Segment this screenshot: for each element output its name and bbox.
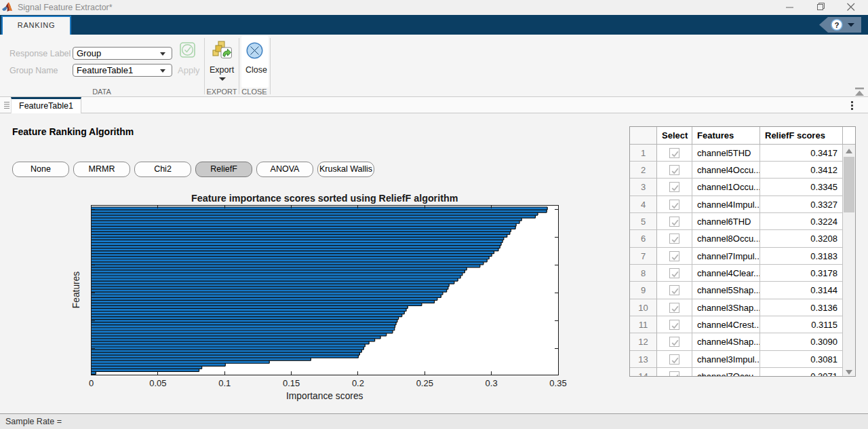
svg-text:Importance scores: Importance scores xyxy=(286,391,363,401)
svg-text:0: 0 xyxy=(89,378,94,388)
svg-text:Feature importance scores sort: Feature importance scores sorted using R… xyxy=(191,193,458,204)
svg-text:?: ? xyxy=(834,21,839,29)
svg-text:0.25: 0.25 xyxy=(416,378,433,388)
svg-text:0.1: 0.1 xyxy=(218,378,231,388)
svg-text:0.2: 0.2 xyxy=(352,378,364,388)
svg-text:0.35: 0.35 xyxy=(549,378,566,388)
svg-text:0.15: 0.15 xyxy=(283,378,300,388)
svg-text:Features: Features xyxy=(71,272,81,309)
svg-text:0.05: 0.05 xyxy=(149,378,166,388)
svg-text:0.3: 0.3 xyxy=(486,378,498,388)
